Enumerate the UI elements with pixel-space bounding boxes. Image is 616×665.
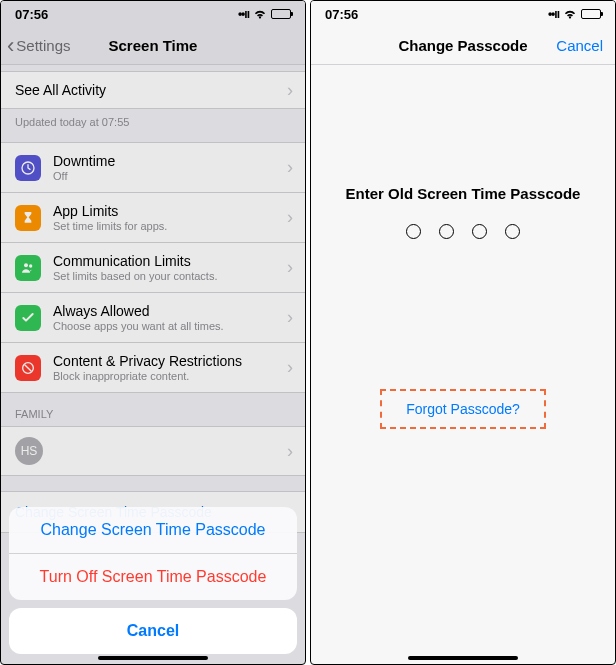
chevron-right-icon: › [287, 257, 293, 278]
see-all-activity-row[interactable]: See All Activity › [1, 71, 305, 109]
home-indicator[interactable] [408, 656, 518, 660]
settings-group: Downtime Off › App Limits Set time limit… [1, 142, 305, 393]
passcode-dots [406, 224, 520, 239]
chevron-left-icon: ‹ [7, 35, 14, 57]
row-title: Communication Limits [53, 253, 217, 269]
chevron-right-icon: › [287, 357, 293, 378]
action-sheet-options: Change Screen Time Passcode Turn Off Scr… [9, 507, 297, 600]
svg-point-1 [24, 263, 28, 267]
status-bar: 07:56 ••ıı [311, 1, 615, 27]
action-sheet: Change Screen Time Passcode Turn Off Scr… [9, 507, 297, 654]
row-title: Always Allowed [53, 303, 224, 319]
passcode-dot [439, 224, 454, 239]
downtime-row[interactable]: Downtime Off › [1, 142, 305, 193]
passcode-prompt: Enter Old Screen Time Passcode [346, 185, 581, 202]
page-title: Change Passcode [398, 37, 527, 54]
updated-note: Updated today at 07:55 [1, 108, 305, 136]
chevron-right-icon: › [287, 80, 293, 101]
nav-bar: Change Passcode Cancel [311, 27, 615, 65]
no-entry-icon [15, 355, 41, 381]
forgot-passcode-highlight: Forgot Passcode? [380, 389, 546, 429]
row-title: Downtime [53, 153, 115, 169]
svg-point-2 [29, 264, 32, 267]
status-icons: ••ıı [238, 7, 291, 22]
sheet-change-passcode-button[interactable]: Change Screen Time Passcode [9, 507, 297, 554]
passcode-entry-area: Enter Old Screen Time Passcode Forgot Pa… [311, 65, 615, 429]
row-sub: Set time limits for apps. [53, 220, 167, 232]
wifi-icon [253, 7, 267, 22]
svg-line-4 [25, 364, 32, 371]
status-bar: 07:56 ••ıı [1, 1, 305, 27]
always-allowed-row[interactable]: Always Allowed Choose apps you want at a… [1, 292, 305, 343]
change-passcode-screen: 07:56 ••ıı Change Passcode Cancel Enter … [310, 0, 616, 665]
cellular-icon: ••ıı [238, 7, 249, 21]
avatar: HS [15, 437, 43, 465]
back-label: Settings [16, 37, 70, 54]
nav-bar: ‹ Settings Screen Time [1, 27, 305, 65]
battery-icon [271, 9, 291, 19]
home-indicator[interactable] [98, 656, 208, 660]
row-title: Content & Privacy Restrictions [53, 353, 242, 369]
cellular-icon: ••ıı [548, 7, 559, 21]
hourglass-icon [15, 205, 41, 231]
battery-icon [581, 9, 601, 19]
chevron-right-icon: › [287, 307, 293, 328]
passcode-dot [505, 224, 520, 239]
cancel-button[interactable]: Cancel [556, 37, 603, 54]
forgot-passcode-link[interactable]: Forgot Passcode? [406, 401, 520, 417]
sheet-turn-off-passcode-button[interactable]: Turn Off Screen Time Passcode [9, 554, 297, 600]
page-title: Screen Time [109, 37, 198, 54]
wifi-icon [563, 7, 577, 22]
back-button[interactable]: ‹ Settings [7, 35, 71, 57]
people-icon [15, 255, 41, 281]
family-header: FAMILY [1, 392, 305, 426]
chevron-right-icon: › [287, 157, 293, 178]
row-sub: Block inappropriate content. [53, 370, 242, 382]
status-time: 07:56 [15, 7, 48, 22]
row-sub: Off [53, 170, 115, 182]
see-all-label: See All Activity [15, 82, 106, 98]
screen-time-settings-screen: 07:56 ••ıı ‹ Settings Screen Time See Al… [0, 0, 306, 665]
chevron-right-icon: › [287, 441, 293, 462]
passcode-dot [406, 224, 421, 239]
row-title: App Limits [53, 203, 167, 219]
row-sub: Choose apps you want at all times. [53, 320, 224, 332]
downtime-icon [15, 155, 41, 181]
row-sub: Set limits based on your contacts. [53, 270, 217, 282]
sheet-cancel-button[interactable]: Cancel [9, 608, 297, 654]
content-privacy-row[interactable]: Content & Privacy Restrictions Block ina… [1, 342, 305, 393]
chevron-right-icon: › [287, 207, 293, 228]
app-limits-row[interactable]: App Limits Set time limits for apps. › [1, 192, 305, 243]
status-time: 07:56 [325, 7, 358, 22]
communication-limits-row[interactable]: Communication Limits Set limits based on… [1, 242, 305, 293]
passcode-dot [472, 224, 487, 239]
family-member-row[interactable]: HS › [1, 426, 305, 476]
check-icon [15, 305, 41, 331]
status-icons: ••ıı [548, 7, 601, 22]
